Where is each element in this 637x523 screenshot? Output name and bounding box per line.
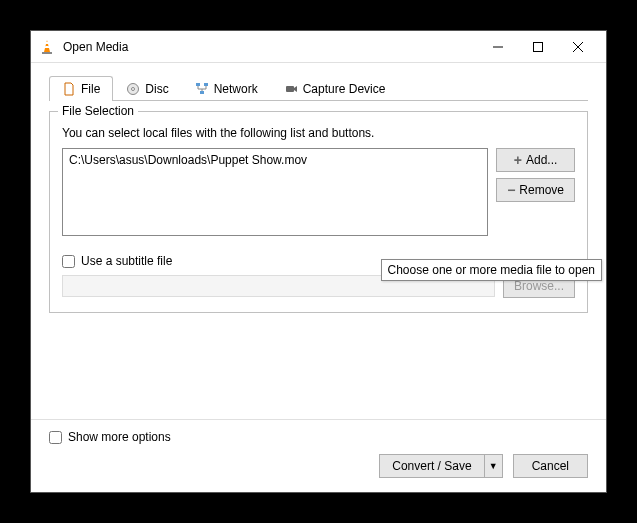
close-button[interactable]: [558, 33, 598, 61]
plus-icon: +: [514, 152, 522, 168]
remove-button-label: Remove: [519, 183, 564, 197]
dialog-footer: Show more options Convert / Save ▼ Cance…: [31, 419, 606, 492]
maximize-button[interactable]: [518, 33, 558, 61]
subtitle-checkbox[interactable]: [62, 255, 75, 268]
network-icon: [195, 82, 209, 96]
tab-file-label: File: [81, 82, 100, 96]
tab-capture[interactable]: Capture Device: [271, 76, 399, 101]
remove-button[interactable]: − Remove: [496, 178, 575, 202]
file-buttons: + Add... − Remove: [496, 148, 575, 202]
file-icon: [62, 82, 76, 96]
minimize-icon: [493, 42, 503, 52]
maximize-icon: [533, 42, 543, 52]
file-list-item[interactable]: C:\Users\asus\Downloads\Puppet Show.mov: [69, 153, 481, 167]
tab-bar: File Disc Network Capture Device: [49, 75, 588, 101]
close-icon: [573, 42, 583, 52]
svg-rect-10: [286, 86, 294, 92]
svg-rect-8: [204, 83, 208, 86]
file-input-row: C:\Users\asus\Downloads\Puppet Show.mov …: [62, 148, 575, 236]
tab-disc-label: Disc: [145, 82, 168, 96]
show-more-row: Show more options: [49, 430, 588, 444]
file-selection-group: File Selection You can select local file…: [49, 111, 588, 313]
tab-network-label: Network: [214, 82, 258, 96]
svg-rect-0: [42, 52, 52, 54]
add-button[interactable]: + Add...: [496, 148, 575, 172]
minus-icon: −: [507, 182, 515, 198]
open-media-dialog: Open Media File: [30, 30, 607, 493]
window-title: Open Media: [63, 40, 478, 54]
svg-rect-9: [200, 91, 204, 94]
chevron-down-icon: ▼: [489, 461, 498, 471]
tab-disc[interactable]: Disc: [113, 76, 181, 101]
titlebar: Open Media: [31, 31, 606, 63]
svg-rect-7: [196, 83, 200, 86]
helper-text: You can select local files with the foll…: [62, 126, 575, 140]
svg-rect-2: [534, 42, 543, 51]
capture-icon: [284, 82, 298, 96]
tooltip: Choose one or more media file to open: [381, 259, 602, 281]
browse-button-label: Browse...: [514, 279, 564, 293]
show-more-checkbox[interactable]: [49, 431, 62, 444]
svg-point-6: [132, 88, 135, 91]
file-selection-legend: File Selection: [58, 104, 138, 118]
convert-save-button[interactable]: Convert / Save: [379, 454, 484, 478]
cancel-button[interactable]: Cancel: [513, 454, 588, 478]
convert-dropdown-button[interactable]: ▼: [485, 454, 503, 478]
disc-icon: [126, 82, 140, 96]
file-list[interactable]: C:\Users\asus\Downloads\Puppet Show.mov: [62, 148, 488, 236]
subtitle-checkbox-label: Use a subtitle file: [81, 254, 172, 268]
window-controls: [478, 33, 598, 61]
tab-file[interactable]: File: [49, 76, 113, 101]
minimize-button[interactable]: [478, 33, 518, 61]
convert-save-label: Convert / Save: [392, 459, 471, 473]
cancel-label: Cancel: [532, 459, 569, 473]
convert-save-group: Convert / Save ▼: [379, 454, 502, 478]
action-buttons: Convert / Save ▼ Cancel: [49, 454, 588, 478]
add-button-label: Add...: [526, 153, 557, 167]
vlc-cone-icon: [39, 39, 55, 55]
dialog-content: File Disc Network Capture Device: [31, 63, 606, 419]
show-more-label: Show more options: [68, 430, 171, 444]
tab-network[interactable]: Network: [182, 76, 271, 101]
tab-capture-label: Capture Device: [303, 82, 386, 96]
